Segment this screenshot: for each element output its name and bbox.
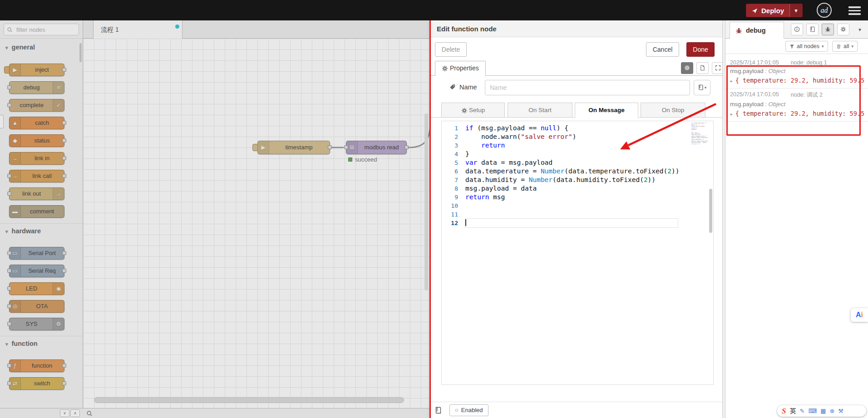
expand-caret-icon[interactable]: ▸ [730, 111, 733, 117]
input-port[interactable] [344, 145, 348, 149]
code-line-3[interactable]: 3 return [442, 141, 713, 149]
palette-toggle-handle[interactable] [0, 115, 4, 128]
expand-categories-button[interactable]: ∧ [70, 409, 80, 417]
workspace-footer: ∨ ∧ [0, 408, 430, 418]
tab-on-stop[interactable]: On Stop [641, 103, 705, 118]
pen-icon[interactable]: ✎ [799, 408, 804, 414]
enabled-toggle-button[interactable]: ○ Enabled [449, 404, 488, 416]
info-tab-button[interactable] [791, 24, 803, 35]
clear-messages-button[interactable]: all ▾ [832, 41, 858, 52]
palette-node-serial-req[interactable]: ▭Serial Req [9, 265, 64, 277]
palette-node-link-call[interactable]: →link call [9, 170, 64, 182]
palette-node-function[interactable]: ƒfunction [9, 359, 64, 372]
debug-message[interactable]: 2025/7/14 17:01:05node: debug 1msg.paylo… [725, 57, 868, 89]
palette-search-input[interactable] [4, 24, 79, 35]
palette-node-debug[interactable]: ≡debug [9, 81, 64, 94]
output-port[interactable] [328, 145, 332, 149]
ime-toolbar[interactable]: S 英 ✎ ⌨ ▦ ⊕ ⚒ [777, 405, 866, 417]
ime-language-indicator[interactable]: 英 [789, 407, 796, 415]
ai-assistant-badge[interactable]: Ai [851, 308, 868, 322]
palette-node-link-out[interactable]: →link out [9, 187, 64, 200]
dialog-footer: ○ Enabled [430, 402, 725, 418]
keyboard-icon[interactable]: ⌨ [808, 408, 817, 414]
code-line-12[interactable]: 12 [442, 218, 713, 227]
node-red-app: Deploy ▾ ad ▾general▶inject≡debug✓comple… [0, 0, 868, 418]
debug-icon: ≡ [53, 82, 64, 93]
palette-node-switch[interactable]: ⇄switch [9, 377, 64, 390]
node-settings-button[interactable] [681, 62, 693, 74]
flow-node-modbus-read[interactable]: ⊞ modbus read [346, 141, 407, 154]
code-line-4[interactable]: 4} [442, 149, 713, 158]
toolbox-icon[interactable]: ⚒ [838, 408, 843, 414]
code-line-2[interactable]: 2 node.warn("salve error") [442, 132, 713, 141]
sidebar-options-caret[interactable]: ▾ [855, 24, 864, 35]
palette-node-label: complete [11, 99, 52, 111]
add-icon[interactable]: ⊕ [829, 408, 834, 414]
expand-caret-icon[interactable]: ▸ [730, 78, 733, 84]
code-line-9[interactable]: 9return msg [442, 192, 713, 201]
code-line-11[interactable]: 11 [442, 210, 713, 218]
filter-nodes-button[interactable]: all nodes ▾ [785, 41, 828, 52]
inject-trigger-button[interactable] [252, 144, 257, 151]
editor-scrollbar[interactable] [709, 189, 712, 233]
palette-node-label: SYS [11, 318, 52, 330]
done-button[interactable]: Done [686, 42, 715, 57]
deploy-button[interactable]: Deploy ▾ [746, 4, 803, 17]
flow-canvas[interactable]: ▶ timestamp ⊞ modbus read succeed [83, 39, 430, 408]
code-line-7[interactable]: 7data.humidity = Number(data.humidity.to… [442, 175, 713, 184]
code-line-10[interactable]: 10 [442, 201, 713, 210]
palette-node-inject[interactable]: ▶inject [9, 64, 64, 76]
palette-node-comment[interactable]: ▬comment [9, 205, 64, 218]
message-timestamp: 2025/7/14 17:01:05 [730, 59, 779, 66]
workspace-search-icon[interactable] [86, 410, 93, 417]
deploy-options-caret[interactable]: ▾ [790, 4, 802, 17]
node-help-button[interactable] [696, 62, 709, 74]
code-line-1[interactable]: 1if (msg.payload == null) { [442, 123, 713, 132]
palette-node-ota[interactable]: ◎OTA [9, 300, 64, 313]
help-tab-button[interactable] [806, 24, 819, 35]
canvas-vertical-scrollbar[interactable] [424, 113, 428, 290]
palette-scrollbar[interactable] [79, 43, 82, 62]
tab-on-message[interactable]: On Message [575, 103, 638, 118]
collapse-categories-button[interactable]: ∨ [60, 409, 69, 417]
chevron-down-icon: ▾ [5, 229, 8, 234]
palette-node-complete[interactable]: ✓complete [9, 99, 64, 112]
palette-category-header-hardware[interactable]: ▾hardware [0, 223, 83, 238]
name-input[interactable] [485, 80, 690, 95]
palette-node-catch[interactable]: ▲catch [9, 117, 64, 129]
canvas-horizontal-scrollbar[interactable] [94, 397, 404, 403]
output-port [62, 121, 66, 125]
link-in-icon: → [10, 152, 21, 164]
library-dropdown-button[interactable]: ▾ [694, 80, 710, 95]
flow-tab[interactable]: 流程 1 [93, 20, 182, 39]
sidebar-separator[interactable] [722, 20, 725, 418]
palette-node-serial-port[interactable]: ▭Serial Port [9, 247, 64, 260]
tab-on-start[interactable]: On Start [508, 103, 572, 118]
palette-category-header-general[interactable]: ▾general [0, 40, 83, 54]
tab-debug[interactable]: debug [730, 22, 784, 39]
main-menu-button[interactable] [848, 6, 861, 15]
code-line-5[interactable]: 5var data = msg.payload [442, 158, 713, 167]
delete-button[interactable]: Delete [435, 42, 467, 57]
output-port [62, 68, 66, 72]
funnel-icon [789, 44, 794, 49]
code-line-6[interactable]: 6data.temperature = Number(data.temperat… [442, 167, 713, 175]
output-port[interactable] [404, 145, 409, 149]
code-editor[interactable]: 1if (msg.payload == null) {2 node.warn("… [441, 121, 714, 385]
tab-setup[interactable]: Setup [441, 103, 505, 118]
palette-node-sys[interactable]: ⚙SYS [9, 318, 64, 330]
flow-node-timestamp[interactable]: ▶ timestamp [257, 141, 330, 154]
palette-category-header-function[interactable]: ▾function [0, 336, 83, 350]
palette-node-link-in[interactable]: →link in [9, 152, 64, 165]
config-tab-button[interactable] [837, 24, 849, 35]
debug-message[interactable]: 2025/7/14 17:01:05node: 调试 2msg.payload … [725, 89, 868, 122]
tab-properties[interactable]: Properties [435, 61, 486, 76]
grid-icon[interactable]: ▦ [820, 408, 826, 414]
code-line-8[interactable]: 8msg.payload = data [442, 184, 713, 192]
debug-tab-button[interactable] [822, 24, 834, 35]
palette-node-led[interactable]: ◉LED [9, 282, 64, 295]
palette-node-status[interactable]: ◆status [9, 134, 64, 147]
user-avatar[interactable]: ad [817, 3, 832, 18]
cancel-button[interactable]: Cancel [646, 42, 679, 57]
library-icon[interactable] [434, 407, 442, 414]
